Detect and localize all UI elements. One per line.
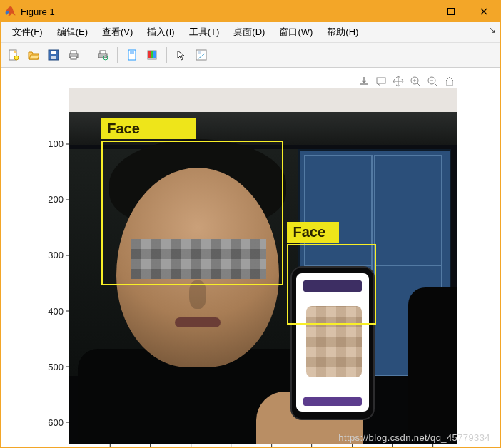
menu-desktop[interactable]: 桌面(D): [226, 24, 272, 41]
svg-rect-9: [71, 51, 76, 54]
detection-label: Face: [101, 118, 196, 139]
titlebar[interactable]: Figure 1: [1, 1, 500, 22]
pan-icon[interactable]: [392, 75, 405, 88]
menu-file[interactable]: 文件(F): [5, 24, 50, 41]
maximize-button[interactable]: [435, 1, 467, 22]
new-file-icon: [8, 49, 19, 61]
menu-window[interactable]: 窗口(W): [272, 24, 320, 41]
minimize-button[interactable]: [402, 1, 435, 22]
open-button[interactable]: [25, 46, 42, 63]
axes[interactable]: FaceFace 100200300400500600 501001502002…: [69, 88, 457, 444]
y-tick-label: 600: [35, 417, 64, 427]
toolbar-separator: [166, 47, 167, 63]
matlab-logo-icon: [5, 6, 16, 17]
svg-rect-1: [448, 9, 455, 15]
y-tick-label: 400: [35, 305, 64, 316]
insert-colorbar-button[interactable]: [143, 46, 161, 63]
axes-toolbar: [358, 75, 456, 88]
data-tip-icon: [196, 49, 207, 61]
data-cursor-button[interactable]: [193, 46, 210, 63]
open-folder-icon: [28, 49, 39, 61]
image-display[interactable]: FaceFace: [69, 88, 457, 444]
close-button[interactable]: [467, 1, 500, 22]
svg-rect-17: [148, 51, 151, 58]
link-axes-button[interactable]: [123, 46, 141, 63]
link-icon: [126, 49, 138, 61]
print-icon: [68, 49, 79, 61]
menu-help[interactable]: 帮助(H): [320, 24, 365, 41]
menu-tools[interactable]: 工具(T): [182, 24, 227, 41]
zoom-out-icon[interactable]: [426, 75, 439, 88]
y-tick-label: 500: [35, 361, 64, 372]
toolbar-separator: [117, 47, 118, 63]
close-icon: [480, 8, 487, 15]
minimize-icon: [415, 8, 422, 15]
detection-label: Face: [287, 222, 339, 243]
brush-icon[interactable]: [375, 75, 388, 88]
detection-box: [101, 141, 283, 285]
figure-canvas: FaceFace 100200300400500600 501001502002…: [1, 68, 500, 447]
colorbar-icon: [146, 49, 158, 61]
svg-rect-18: [151, 51, 153, 58]
figure-toolbar: [1, 43, 500, 68]
save-icon: [48, 49, 59, 61]
svg-rect-22: [377, 78, 385, 83]
svg-rect-15: [130, 51, 134, 54]
home-icon[interactable]: [443, 75, 456, 88]
svg-rect-21: [198, 51, 201, 54]
svg-rect-7: [51, 56, 56, 59]
menu-insert[interactable]: 插入(I): [140, 24, 181, 41]
svg-rect-12: [100, 51, 106, 54]
print-preview-icon: [97, 49, 108, 61]
maximize-icon: [447, 8, 455, 15]
window-title: Figure 1: [21, 6, 402, 17]
menu-edit[interactable]: 编辑(E): [50, 24, 95, 41]
cursor-icon: [176, 49, 187, 61]
figure-window: Figure 1 文件(F) 编辑(E) 查看(V) 插入(I) 工具(T) 桌…: [0, 0, 501, 448]
menu-overflow-icon[interactable]: ↘: [489, 25, 496, 35]
svg-rect-6: [51, 51, 56, 54]
svg-point-4: [14, 56, 19, 60]
y-tick-label: 200: [35, 194, 64, 205]
export-icon[interactable]: [358, 75, 370, 88]
detection-box: [287, 244, 375, 325]
svg-rect-0: [415, 11, 422, 11]
save-button[interactable]: [45, 46, 62, 63]
svg-rect-10: [71, 56, 76, 59]
edit-plot-button[interactable]: [173, 46, 190, 63]
menu-view[interactable]: 查看(V): [95, 24, 140, 41]
y-tick-label: 300: [35, 250, 64, 260]
new-figure-button[interactable]: [5, 46, 22, 63]
svg-rect-19: [153, 51, 156, 58]
zoom-in-icon[interactable]: [409, 75, 422, 88]
print-button[interactable]: [65, 46, 82, 63]
menubar: 文件(F) 编辑(E) 查看(V) 插入(I) 工具(T) 桌面(D) 窗口(W…: [1, 22, 500, 43]
toolbar-separator: [88, 47, 88, 63]
y-tick-label: 100: [35, 138, 64, 149]
print-preview-button[interactable]: [94, 46, 111, 63]
